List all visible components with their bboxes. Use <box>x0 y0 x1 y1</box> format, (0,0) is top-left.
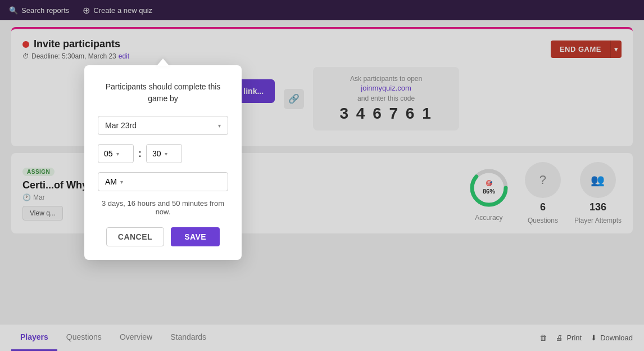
deadline-modal: Participants should complete this game b… <box>84 65 242 260</box>
plus-icon: ⊕ <box>83 5 90 16</box>
ampm-value: AM <box>105 177 117 186</box>
top-nav: 🔍 Search reports ⊕ Create a new quiz <box>0 0 644 20</box>
search-reports-label: Search reports <box>21 6 69 15</box>
hour-select[interactable]: 05 ▾ <box>98 144 134 163</box>
date-select[interactable]: Mar 23rd ▾ <box>98 116 228 135</box>
search-icon: 🔍 <box>9 6 18 15</box>
date-select-wrapper: Mar 23rd ▾ <box>98 116 228 135</box>
hour-value: 05 <box>104 149 113 158</box>
create-quiz-label: Create a new quiz <box>93 6 152 15</box>
cancel-button[interactable]: CANCEL <box>106 227 164 246</box>
create-quiz-nav[interactable]: ⊕ Create a new quiz <box>83 5 152 16</box>
minute-select[interactable]: 30 ▾ <box>146 144 182 163</box>
date-chevron-icon: ▾ <box>218 123 221 129</box>
minute-chevron-icon: ▾ <box>165 151 167 157</box>
modal-actions: CANCEL SAVE <box>98 227 228 246</box>
modal-title: Participants should complete this game b… <box>98 81 228 105</box>
minute-value: 30 <box>152 149 161 158</box>
save-button[interactable]: SAVE <box>171 227 220 246</box>
modal-arrow <box>156 58 170 66</box>
time-colon: : <box>138 148 142 160</box>
search-reports-nav[interactable]: 🔍 Search reports <box>9 6 69 15</box>
main-content: Invite participants ⏱ Deadline: 5:30am, … <box>0 20 644 351</box>
time-row: 05 ▾ : 30 ▾ <box>98 144 228 163</box>
modal-overlay: Participants should complete this game b… <box>0 20 644 351</box>
ampm-select[interactable]: AM ▾ <box>98 172 228 191</box>
hour-chevron-icon: ▾ <box>116 151 119 157</box>
date-value: Mar 23rd <box>105 121 137 130</box>
duration-text: 3 days, 16 hours and 50 minutes from now… <box>98 199 228 216</box>
ampm-chevron-icon: ▾ <box>120 179 123 185</box>
